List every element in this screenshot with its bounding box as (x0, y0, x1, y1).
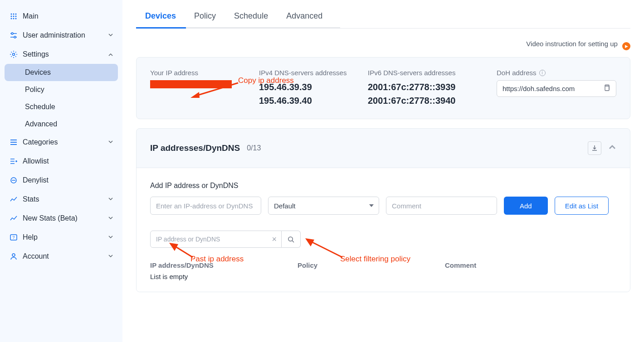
svg-point-28 (288, 236, 293, 241)
svg-point-13 (13, 53, 15, 56)
ipv4-value: 195.46.39.39 (259, 80, 359, 94)
sidebar-item-label: Denylist (23, 176, 49, 184)
col-comment: Comment (445, 261, 616, 269)
chevron-down-icon (108, 139, 113, 146)
sidebar-item-label: Stats (23, 195, 39, 203)
svg-point-4 (13, 16, 15, 17)
ipv6-label: IPv6 DNS-servers addresses (368, 69, 488, 77)
sidebar-allowlist[interactable]: Allowlist (5, 152, 118, 171)
sidebar-stats[interactable]: Stats (5, 190, 118, 209)
sidebar-settings[interactable]: Settings (5, 45, 118, 64)
search-input[interactable]: IP address or DynDNS × (150, 231, 282, 248)
sidebar-account[interactable]: Account (5, 247, 118, 266)
col-ip: IP address/DynDNS (150, 261, 298, 269)
sidebar-main[interactable]: Main (5, 7, 118, 26)
sidebar-sub-policy[interactable]: Policy (5, 81, 118, 98)
chevron-down-icon (108, 215, 113, 222)
grid-icon (9, 12, 18, 21)
ip-info-card: Your IP address IPv4 DNS-servers address… (136, 57, 630, 119)
ip-input[interactable] (150, 197, 261, 215)
sidebar-item-label: Categories (23, 138, 58, 146)
download-button[interactable] (588, 141, 601, 155)
sidebar-help[interactable]: ? Help (5, 228, 118, 247)
sidebar-denylist[interactable]: Denylist (5, 171, 118, 190)
svg-point-5 (15, 16, 17, 17)
doh-label: DoH address i (497, 69, 616, 77)
svg-point-7 (13, 18, 15, 19)
tab-advanced[interactable]: Advanced (286, 11, 322, 28)
ipv4-label: IPv4 DNS-servers addresses (259, 69, 359, 77)
sidebar-user-admin[interactable]: User administration (5, 26, 118, 45)
policy-select[interactable]: Default (268, 197, 379, 215)
svg-point-0 (11, 14, 12, 15)
search-button[interactable] (282, 231, 301, 248)
sidebar-item-label: Help (23, 233, 38, 241)
collapse-icon[interactable] (608, 143, 616, 153)
copy-icon[interactable] (603, 84, 610, 93)
ipv6-value: 2001:67c:2778::3940 (368, 94, 488, 107)
comment-input[interactable] (386, 197, 497, 215)
svg-point-3 (11, 16, 12, 17)
sidebar-sub-advanced[interactable]: Advanced (5, 116, 118, 133)
ip-addresses-section: IP addresses/DynDNS 0/13 Add IP address … (136, 128, 630, 292)
sidebar-item-label: Allowlist (23, 157, 49, 165)
sidebar-new-stats[interactable]: New Stats (Beta) (5, 209, 118, 228)
redacted-ip (150, 80, 232, 88)
user-icon (9, 252, 18, 261)
svg-point-1 (13, 14, 15, 15)
svg-point-26 (12, 254, 15, 256)
section-count: 0/13 (247, 144, 261, 152)
sidebar-sub-schedule[interactable]: Schedule (5, 98, 118, 116)
sidebar-item-label: Account (23, 252, 49, 260)
svg-rect-27 (605, 86, 609, 91)
tab-schedule[interactable]: Schedule (234, 11, 268, 28)
svg-point-12 (14, 36, 16, 38)
settings-sublist: Devices Policy Schedule Advanced (5, 64, 118, 133)
svg-text:?: ? (12, 235, 15, 240)
help-icon: ? (9, 233, 18, 242)
info-icon[interactable]: i (539, 70, 546, 76)
sidebar-item-label: New Stats (Beta) (23, 214, 78, 222)
svg-point-10 (11, 33, 13, 34)
svg-point-6 (11, 18, 12, 19)
allowlist-icon (9, 157, 18, 166)
chevron-down-icon (108, 234, 113, 241)
section-title: IP addresses/DynDNS (150, 143, 240, 153)
denylist-icon (9, 176, 18, 185)
doh-field[interactable]: https://doh.safedns.com (497, 80, 616, 97)
add-label: Add IP address or DynDNS (150, 182, 616, 190)
chevron-up-icon (108, 51, 113, 58)
svg-line-29 (292, 241, 294, 242)
your-ip-label: Your IP address (150, 69, 250, 77)
sidebar-item-label: Main (23, 12, 39, 20)
edit-as-list-button[interactable]: Edit as List (555, 197, 609, 215)
sidebar: Main User administration Settings Device… (0, 0, 122, 342)
video-instruction-link[interactable]: Video instruction for setting up ▶ (136, 40, 630, 50)
add-button[interactable]: Add (504, 197, 548, 215)
list-icon (9, 138, 18, 147)
sidebar-item-label: User administration (23, 31, 85, 39)
sidebar-item-label: Settings (23, 50, 49, 58)
ipv4-value: 195.46.39.40 (259, 94, 359, 107)
chart-icon (9, 214, 18, 223)
tab-devices[interactable]: Devices (145, 11, 176, 28)
svg-point-8 (15, 18, 17, 19)
sidebar-categories[interactable]: Categories (5, 133, 118, 152)
main-content: Devices Policy Schedule Advanced Video i… (122, 0, 644, 342)
tabs-underline-active (136, 27, 186, 29)
chevron-down-icon (108, 253, 113, 260)
col-policy: Policy (298, 261, 445, 269)
svg-point-2 (15, 14, 17, 15)
sidebar-sub-devices[interactable]: Devices (5, 64, 118, 81)
chevron-down-icon (108, 196, 113, 203)
table-header: IP address/DynDNS Policy Comment (150, 261, 616, 269)
ipv6-value: 2001:67c:2778::3939 (368, 80, 488, 94)
gear-icon (9, 50, 18, 59)
tab-policy[interactable]: Policy (194, 11, 216, 28)
clear-icon[interactable]: × (272, 235, 277, 244)
chart-icon (9, 195, 18, 204)
sliders-icon (9, 31, 18, 40)
tabs: Devices Policy Schedule Advanced (136, 0, 630, 29)
play-icon: ▶ (622, 42, 630, 50)
chevron-down-icon (108, 32, 113, 39)
